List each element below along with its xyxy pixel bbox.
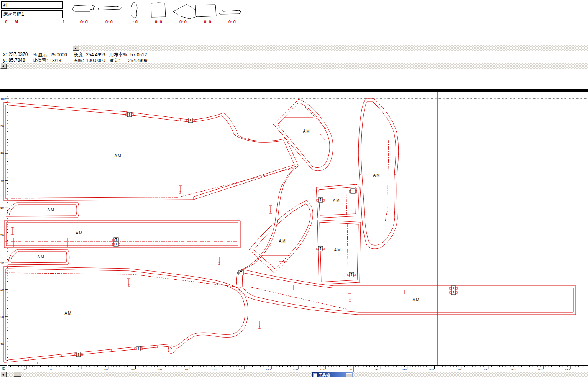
left-arrow-icon xyxy=(2,374,4,376)
piece-count-label: 0: 0 xyxy=(80,20,88,24)
piece-count-label: M xyxy=(15,20,18,24)
piece-thumb-6 xyxy=(195,5,216,17)
pattern-piece-body-upper[interactable] xyxy=(4,102,298,201)
status-field-label: x: xyxy=(3,52,7,57)
piece-count-label: : 0 xyxy=(133,20,138,24)
status-field: x:237.0370 xyxy=(3,52,28,57)
piece-thumb-2 xyxy=(98,6,122,10)
unit-label: 厘 xyxy=(0,365,7,372)
piece-name-label: AM xyxy=(334,248,342,252)
left-arrow-icon xyxy=(2,65,4,67)
piece-marks xyxy=(11,111,535,364)
status-field-label: 此位置: xyxy=(33,58,48,63)
status-field-label: % 显示: xyxy=(33,52,48,57)
status-field-label: 布幅: xyxy=(74,58,84,63)
status-separator xyxy=(0,51,588,51)
text-mark-icon[interactable]: T xyxy=(451,290,456,295)
text-mark-icon[interactable]: T xyxy=(127,112,132,117)
piece-name-label: AM xyxy=(115,154,122,158)
marker-making-app: { "header": { "style_field": "衬", "bed_f… xyxy=(0,0,588,377)
text-mark-icon[interactable]: T xyxy=(239,270,244,275)
popup-button[interactable]: ▪▪ xyxy=(346,373,352,377)
status-field-value: 254.4999 xyxy=(86,52,105,57)
left-arrow-icon xyxy=(75,47,76,49)
text-mark-icon[interactable]: T xyxy=(188,118,193,123)
piece-thumb-7 xyxy=(219,10,241,14)
bottom-h-scroll-left-button[interactable] xyxy=(0,372,7,377)
pattern-piece-body-lower[interactable] xyxy=(4,266,248,362)
piece-thumb-3 xyxy=(131,3,137,18)
text-mark-icon[interactable]: T xyxy=(351,189,356,194)
upper-h-scroll-left-button[interactable] xyxy=(0,64,7,69)
popup-title: 工具箱 xyxy=(319,373,330,377)
piece-count-label: 0: 0 xyxy=(179,20,187,24)
piece-name-label: AM xyxy=(279,239,286,243)
pattern-piece-long-band[interactable] xyxy=(4,221,240,248)
text-mark-icon[interactable]: T xyxy=(318,198,323,203)
piece-count-label: 0: 0 xyxy=(105,20,113,24)
status-field-label: y: xyxy=(3,57,7,63)
status-field-value: 254.4999 xyxy=(128,58,147,63)
upper-h-scrollbar[interactable] xyxy=(0,63,588,69)
status-field-label: 用布率%: xyxy=(109,52,128,57)
vertical-ruler xyxy=(0,92,8,365)
bottom-h-scroll-thumb[interactable] xyxy=(14,372,21,377)
piece-thumb-1 xyxy=(72,5,95,11)
status-field-value: 25.0000 xyxy=(50,52,67,57)
piece-name-label: AM xyxy=(373,173,381,177)
pattern-piece-lapel[interactable] xyxy=(249,200,313,273)
status-field-value: 57.0512 xyxy=(130,52,147,57)
pattern-piece-sleeve[interactable] xyxy=(273,99,333,171)
text-mark-icon[interactable]: T xyxy=(114,242,119,247)
status-field-value: 100.0000 xyxy=(86,58,105,63)
piece-thumbnail-strip[interactable] xyxy=(0,0,588,27)
piece-name-label: AM xyxy=(333,198,340,203)
piece-name-label: AM xyxy=(65,311,72,315)
style-name-field[interactable] xyxy=(1,1,63,9)
piece-name-label: AM xyxy=(76,231,83,235)
piece-thumb-5 xyxy=(173,4,200,19)
canvas-top-border xyxy=(0,89,588,92)
text-mark-icon[interactable]: T xyxy=(136,346,141,351)
piece-name-label: AM xyxy=(303,129,310,133)
status-field-value: 85.7848 xyxy=(8,57,25,63)
window-icon xyxy=(313,373,317,377)
status-field-value: 13/13 xyxy=(49,58,61,63)
text-mark-icon[interactable]: T xyxy=(349,272,354,277)
pattern-piece-front-facing[interactable] xyxy=(236,166,576,315)
horizontal-ruler xyxy=(8,365,588,372)
piece-list-scroll-left-button[interactable] xyxy=(73,46,79,51)
piece-count-label: 0: 0 xyxy=(204,20,211,24)
piece-count-label: 0: 0 xyxy=(155,20,162,24)
text-mark-icon[interactable]: T xyxy=(76,352,81,357)
piece-name-label: AM xyxy=(48,208,55,212)
status-field-label: 建立: xyxy=(109,58,120,63)
toolbox-popup-titlebar[interactable]: 工具箱 ▪▪ xyxy=(312,372,353,377)
piece-name-label: AM xyxy=(413,298,420,302)
pattern-piece-band-1[interactable] xyxy=(7,203,79,217)
status-field-label: 长度: xyxy=(74,52,84,57)
status-field-value: 237.0370 xyxy=(8,52,28,57)
bottom-h-scrollbar[interactable] xyxy=(0,372,588,377)
piece-count-label: 0: 0 xyxy=(228,20,236,24)
piece-name-label: AM xyxy=(38,255,45,259)
bed-number-field[interactable] xyxy=(1,10,63,18)
piece-count-label: 1 xyxy=(62,20,65,24)
piece-thumb-4 xyxy=(151,3,166,17)
status-field: y:85.7848 xyxy=(3,57,25,63)
text-mark-icon[interactable]: T xyxy=(318,246,323,251)
piece-count-label: 0 xyxy=(5,20,7,24)
piece-list-scrollbar[interactable] xyxy=(73,45,588,51)
